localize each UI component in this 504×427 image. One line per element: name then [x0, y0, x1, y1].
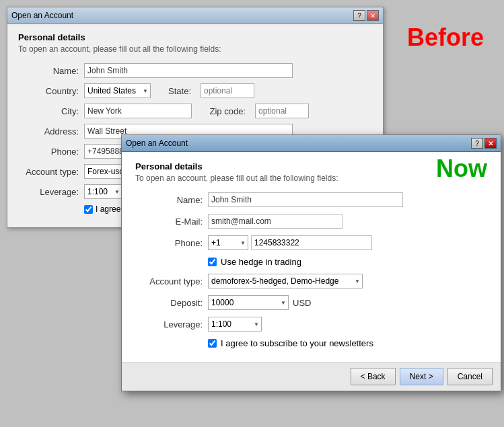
country-select-wrap[interactable]: United States: [84, 83, 151, 98]
front-phone-label: Phone:: [135, 238, 203, 248]
behind-window-title: Open an Account: [11, 11, 73, 20]
front-section-title: Personal details: [135, 161, 487, 171]
front-deposit-label: Deposit:: [135, 298, 203, 308]
address-label: Address:: [18, 126, 79, 137]
phone-code-select[interactable]: +1: [208, 235, 248, 250]
front-email-row: E-Mail:: [135, 214, 487, 229]
state-group: State:: [164, 83, 254, 98]
front-deposit-row: Deposit: 10000 USD: [135, 295, 487, 310]
front-section-subtitle: To open an account, please fill out all …: [135, 173, 487, 183]
front-account-type-row: Account type: demoforex-5-hedged, Demo-H…: [135, 274, 487, 288]
front-name-row: Name:: [135, 192, 487, 207]
phone-label: Phone:: [18, 147, 79, 157]
behind-section-title: Personal details: [18, 32, 372, 42]
hedge-checkbox[interactable]: [208, 258, 217, 266]
zip-input[interactable]: [255, 104, 309, 118]
deposit-currency: USD: [293, 298, 311, 308]
cancel-button[interactable]: Cancel: [447, 368, 493, 385]
country-label: Country:: [18, 86, 79, 96]
leverage-select-wrap[interactable]: 1:100: [84, 184, 122, 199]
agree-subscribe-row: I agree to subscribe to your newsletters: [135, 338, 487, 348]
subscribe-checkbox[interactable]: [208, 339, 217, 348]
behind-titlebar: Open an Account ? ✕: [7, 7, 383, 24]
deposit-group: 10000 USD: [208, 295, 311, 310]
name-label: Name:: [18, 66, 79, 76]
behind-section-subtitle: To open an account, please fill out all …: [18, 44, 372, 54]
front-email-label: E-Mail:: [135, 217, 203, 227]
name-row: Name:: [18, 63, 372, 78]
zipcode-label: Zip code:: [205, 106, 246, 116]
window-footer: < Back Next > Cancel: [122, 362, 501, 391]
front-help-button[interactable]: ?: [471, 138, 483, 149]
name-input[interactable]: [84, 63, 293, 78]
front-name-label: Name:: [135, 195, 203, 205]
subscribe-label: I agree to subscribe to your newsletters: [221, 338, 373, 348]
back-button[interactable]: < Back: [351, 368, 396, 385]
front-email-input[interactable]: [208, 214, 343, 229]
behind-win-controls: ? ✕: [353, 10, 379, 21]
front-name-input[interactable]: [208, 192, 403, 207]
state-label: State:: [164, 86, 191, 96]
next-button[interactable]: Next >: [400, 368, 443, 385]
hedge-label: Use hedge in trading: [221, 257, 301, 267]
state-input[interactable]: [201, 83, 254, 98]
now-label: Now: [436, 155, 487, 183]
behind-help-button[interactable]: ?: [353, 10, 365, 21]
deposit-select-wrap[interactable]: 10000: [208, 295, 289, 310]
city-input[interactable]: [84, 104, 192, 118]
front-account-type-label: Account type:: [135, 276, 203, 286]
city-zip-row: City: Zip code:: [18, 104, 372, 118]
phone-number-input[interactable]: [251, 235, 372, 250]
zip-group: Zip code:: [205, 104, 309, 118]
leverage-label: Leverage:: [18, 187, 79, 197]
front-close-button[interactable]: ✕: [484, 138, 497, 149]
front-leverage-select-wrap[interactable]: 1:100: [208, 317, 262, 332]
behind-close-button[interactable]: ✕: [367, 10, 379, 21]
leverage-select[interactable]: 1:100: [84, 184, 122, 199]
deposit-select[interactable]: 10000: [208, 295, 289, 310]
agree-checkbox[interactable]: [84, 205, 93, 214]
front-content: Personal details To open an account, ple…: [122, 152, 501, 362]
hedge-row: Use hedge in trading: [135, 257, 487, 267]
front-leverage-select[interactable]: 1:100: [208, 317, 262, 332]
country-select[interactable]: United States: [84, 83, 151, 98]
country-state-row: Country: United States State:: [18, 83, 372, 98]
front-leverage-label: Leverage:: [135, 319, 203, 329]
city-label: City:: [18, 106, 79, 116]
front-window-title: Open an Account: [126, 139, 188, 148]
front-titlebar: Open an Account ? ✕: [122, 135, 501, 152]
phone-code-wrap[interactable]: +1: [208, 235, 248, 250]
front-window: Open an Account ? ✕ Personal details To …: [121, 134, 501, 391]
front-phone-row: Phone: +1: [135, 235, 487, 250]
front-account-type-select-wrap[interactable]: demoforex-5-hedged, Demo-Hedge: [208, 274, 363, 288]
account-type-label: Account type:: [18, 167, 79, 177]
front-win-controls: ? ✕: [471, 138, 497, 149]
front-leverage-row: Leverage: 1:100: [135, 317, 487, 332]
phone-group: +1: [208, 235, 372, 250]
front-account-type-select[interactable]: demoforex-5-hedged, Demo-Hedge: [208, 274, 363, 288]
before-label: Before: [407, 24, 484, 52]
